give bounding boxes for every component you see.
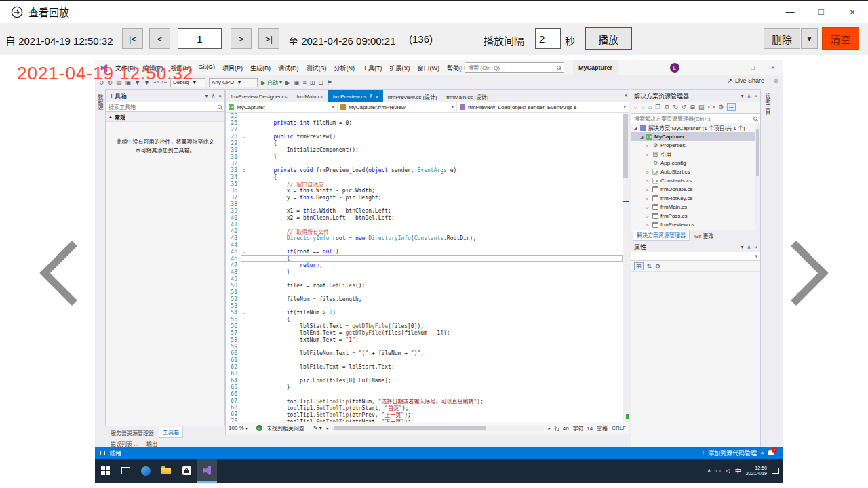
scroll-right-icon[interactable]: ▸	[548, 426, 550, 430]
home-icon[interactable]: ⌂	[648, 104, 652, 110]
switch-views-icon[interactable]: ❐	[655, 104, 660, 110]
display-icon[interactable]: ▭	[716, 468, 722, 474]
toolbox-section-general[interactable]: ▲常规	[106, 112, 224, 122]
back-icon[interactable]: ○	[634, 104, 637, 110]
screenshot-icon[interactable]: ▣	[294, 79, 300, 86]
alphabetical-icon[interactable]: ⇅	[647, 263, 652, 270]
menu-item[interactable]: 工具(T)	[362, 64, 382, 73]
panel-tab[interactable]: Git 更改	[691, 230, 717, 241]
clear-button[interactable]: 清空	[822, 27, 859, 50]
locked-app-button[interactable]	[176, 459, 197, 483]
editor-tab[interactable]: frmPreview.Designer.cs	[226, 90, 292, 102]
tree-item[interactable]: ▹frmMain.cs	[631, 203, 760, 211]
bookmark-icon[interactable]: ⚑	[327, 79, 332, 86]
chevron-down-icon[interactable]: ▾	[741, 93, 743, 99]
panel-tab[interactable]: 解决方案资源管理器	[633, 230, 690, 241]
prev-frame-button[interactable]: <	[149, 28, 170, 49]
pin-icon[interactable]: ⊼	[211, 93, 215, 99]
edge-button[interactable]	[136, 459, 156, 483]
panel-tab[interactable]: 工具箱	[159, 427, 183, 438]
close-icon[interactable]: ×	[754, 244, 757, 250]
editor-tab[interactable]: frmMain.cs [设计]	[441, 90, 493, 102]
tree-item[interactable]: ▹⚙Properties	[631, 141, 760, 150]
column-indicator[interactable]: 字符: 14	[573, 424, 593, 432]
solution-search-input[interactable]: 搜索解决方案资源管理器(Ctrl+;)	[631, 113, 760, 123]
tree-item[interactable]: ▹C#Constants.cs	[631, 176, 760, 185]
menu-item[interactable]: 生成(B)	[250, 64, 271, 73]
edit-mode-icon[interactable]: ✎ ▾	[313, 425, 322, 431]
maximize-icon[interactable]: □	[806, 1, 837, 23]
tree-scrollbar[interactable]	[755, 123, 760, 230]
delete-button[interactable]: 删除	[764, 28, 800, 49]
tree-item[interactable]: ▹frmDonate.cs	[631, 185, 760, 194]
fold-region-icon[interactable]: ⊟	[241, 310, 248, 315]
editor-tab[interactable]: frmPreview.cs [设计]	[383, 90, 441, 102]
menu-item[interactable]: 测试(S)	[307, 64, 327, 73]
hidden-icons-chevron-icon[interactable]: ∧	[707, 468, 711, 474]
editor-vertical-scrollbar[interactable]	[623, 113, 629, 422]
toolbox-search-input[interactable]: 搜索工具箱	[106, 102, 224, 112]
menu-item[interactable]: Git(G)	[199, 64, 216, 73]
tree-item[interactable]: ▹frmPass.cs	[631, 211, 760, 220]
next-frame-button[interactable]: >	[231, 28, 252, 49]
filter-icon[interactable]: ⚙	[664, 104, 669, 110]
previous-frame-arrow[interactable]	[35, 239, 83, 307]
tree-item[interactable]: ▹frmPreview.cs	[631, 220, 760, 229]
delete-dropdown-button[interactable]: ▼	[801, 28, 818, 49]
property-pages-icon[interactable]: ⚙	[655, 263, 660, 270]
scroll-left-icon[interactable]: ◂	[326, 426, 328, 430]
play-button[interactable]: 播放	[585, 27, 632, 50]
preview-selected-items-icon[interactable]: ─	[727, 103, 735, 111]
zoom-dropdown[interactable]: 100 % ▾	[229, 425, 248, 431]
class-dropdown[interactable]: MyCapturer.frmPreview▾	[338, 102, 457, 112]
line-ending-indicator[interactable]: CRLF	[612, 425, 626, 431]
collapse-all-icon[interactable]: ⊟	[690, 104, 696, 110]
find-in-files-icon[interactable]: ▶	[285, 79, 290, 86]
interval-input[interactable]	[535, 28, 561, 49]
close-icon[interactable]: ×	[837, 1, 868, 23]
tree-item[interactable]: ▹▤引用	[631, 150, 760, 159]
pin-icon[interactable]: ⊼	[370, 94, 373, 99]
close-icon[interactable]: ×	[754, 93, 757, 99]
taskbar-clock[interactable]: 12:502021/4/19	[746, 466, 767, 476]
line-indicator[interactable]: 行: 46	[554, 424, 568, 432]
visual-studio-taskbar-button[interactable]	[197, 459, 217, 483]
refresh-icon[interactable]: ↺	[682, 104, 687, 110]
minimize-icon[interactable]: —	[774, 1, 806, 23]
close-icon[interactable]: ×	[376, 94, 378, 99]
new-window-icon[interactable]: ⊞	[310, 79, 315, 86]
fold-region-icon[interactable]: ⊟	[241, 134, 248, 139]
tree-item[interactable]: ▹C#AutoStart.cs	[631, 167, 760, 176]
tree-item[interactable]: ⚙App.config	[631, 159, 760, 167]
editor-tab[interactable]: frmPreview.cs⊼×	[328, 90, 383, 102]
properties-object-dropdown[interactable]: ▾	[631, 252, 760, 261]
pin-icon[interactable]: ⊼	[747, 244, 751, 250]
ime-indicator[interactable]: 中	[735, 466, 741, 475]
task-view-button[interactable]	[115, 459, 136, 483]
panel-tab[interactable]: 服务器资源管理器	[107, 428, 157, 438]
notifications-bell-icon[interactable]: 2	[768, 450, 774, 455]
avatar[interactable]: L	[670, 63, 679, 73]
file-explorer-button[interactable]	[156, 459, 176, 483]
split-icon[interactable]: ⊟	[318, 79, 323, 86]
vs-minimize-icon[interactable]: —	[722, 60, 743, 75]
action-center-icon[interactable]	[772, 468, 779, 474]
menu-item[interactable]: 分析(N)	[334, 64, 355, 73]
solution-platform-dropdown[interactable]: Any CPU▾	[209, 78, 258, 87]
view-code-icon[interactable]: <>	[708, 104, 715, 110]
editor-horizontal-scrollbar[interactable]	[332, 426, 545, 431]
add-to-source-control-button[interactable]: 添加到源代码管理	[708, 449, 757, 458]
menu-item[interactable]: 窗口(W)	[418, 64, 440, 73]
chevron-down-icon[interactable]: ▾	[741, 244, 743, 250]
health-status[interactable]: 未找到相关问题	[267, 424, 304, 432]
sync-with-active-document-icon[interactable]: ↻	[673, 104, 678, 110]
frame-number-input[interactable]	[178, 28, 222, 49]
start-button[interactable]	[95, 459, 115, 483]
live-share-button[interactable]: ↗Live Share	[727, 77, 764, 84]
spaces-indicator[interactable]: 空格	[597, 424, 608, 432]
volume-muted-icon[interactable]: ◁×	[726, 468, 730, 474]
tree-item[interactable]: ◢解决方案"MyCapturer"(1 个项目/共 1 个)	[631, 123, 760, 132]
close-icon[interactable]: ×	[218, 93, 222, 99]
vs-maximize-icon[interactable]: □	[743, 60, 763, 75]
fold-region-icon[interactable]: ⊟	[241, 168, 248, 173]
